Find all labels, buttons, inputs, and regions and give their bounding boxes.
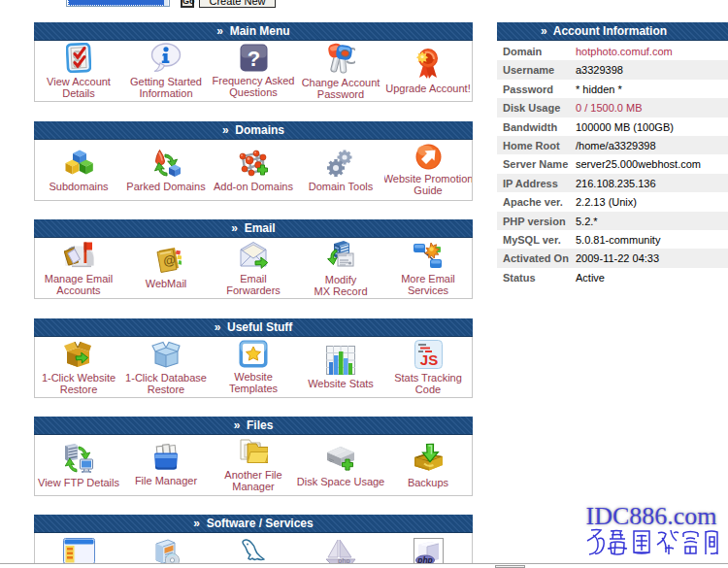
svg-text:?: ?: [247, 47, 259, 71]
svg-text:JS: JS: [419, 351, 437, 368]
svg-text:@: @: [161, 252, 176, 269]
